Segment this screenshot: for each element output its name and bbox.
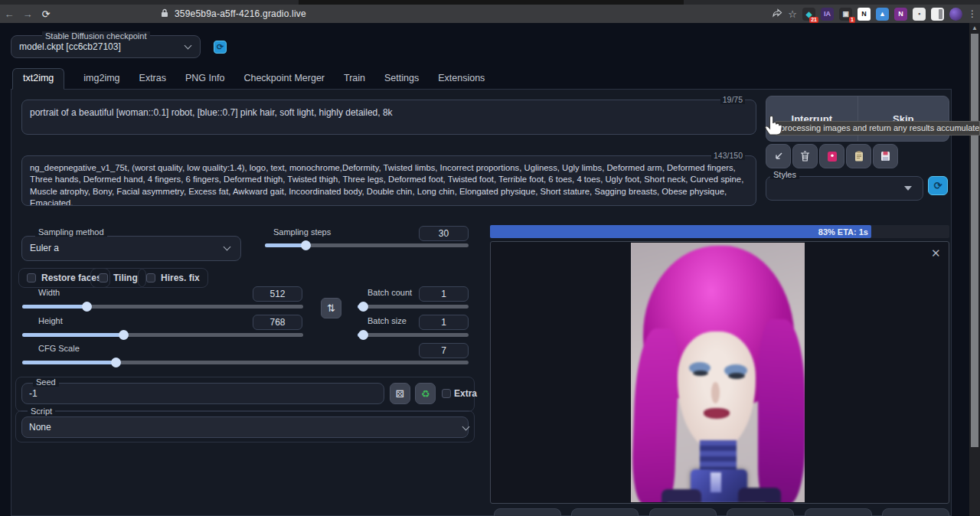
restore-faces-checkbox[interactable] <box>27 273 36 282</box>
chevron-down-icon <box>224 243 231 251</box>
dice-icon: ⚄ <box>396 388 404 400</box>
checkpoint-refresh-button[interactable]: ⟳ <box>214 41 227 54</box>
script-label: Script <box>28 407 55 416</box>
negative-prompt-input[interactable] <box>22 156 756 205</box>
chevron-down-icon <box>185 42 192 50</box>
reuse-seed-button[interactable]: ♻ <box>415 383 436 404</box>
sampling-method-value: Euler a <box>30 243 59 253</box>
tab-png-info[interactable]: PNG Info <box>185 69 224 89</box>
seed-label: Seed <box>33 377 59 387</box>
height-slider[interactable] <box>22 333 303 337</box>
paste-params-button[interactable] <box>766 144 791 168</box>
batch-count-slider[interactable] <box>358 305 469 309</box>
bookmark-star-icon[interactable]: ☆ <box>788 8 797 20</box>
gallery-button[interactable] <box>571 508 639 516</box>
sampling-method-dropdown[interactable]: Euler a <box>21 236 241 261</box>
gallery-button[interactable] <box>494 508 561 516</box>
extension-notion-icon[interactable]: N <box>858 8 871 21</box>
extension-ia-icon[interactable]: IA <box>821 8 834 21</box>
batch-count-value[interactable]: 1 <box>419 286 469 302</box>
tab-train[interactable]: Train <box>344 69 365 89</box>
extension-onenote-icon[interactable]: N <box>894 8 907 21</box>
reload-icon[interactable]: ⟳ <box>37 8 55 20</box>
close-icon[interactable]: ✕ <box>931 247 941 260</box>
extension-photos-icon[interactable]: ▲ <box>876 8 889 21</box>
browser-actions: ☆ ◆ 21 IA ▣ 1 N ▲ N ▪ ⋮ <box>772 5 977 23</box>
trash-icon <box>800 151 810 162</box>
url-text[interactable]: 359e5b9a-a5ff-4216.gradio.live <box>175 8 306 19</box>
hires-fix-label: Hires. fix <box>161 273 200 283</box>
tab-img2img[interactable]: img2img <box>83 69 119 89</box>
mouse-cursor-hand <box>763 112 783 139</box>
seed-extra-label: Extra <box>454 388 477 399</box>
main-tabs: txt2img img2img Extras PNG Info Checkpoi… <box>11 69 952 90</box>
save-style-button[interactable] <box>873 144 898 168</box>
padlock-icon[interactable] <box>161 7 168 21</box>
gallery-button[interactable] <box>727 508 794 516</box>
back-icon[interactable]: ← <box>0 8 18 20</box>
tiling-checkbox[interactable] <box>99 273 108 282</box>
share-icon[interactable] <box>772 7 782 21</box>
styles-dropdown[interactable] <box>766 176 923 201</box>
apply-styles-button[interactable] <box>846 144 871 168</box>
extra-networks-button[interactable] <box>819 144 844 168</box>
gallery-button[interactable] <box>805 508 872 516</box>
tab-extras[interactable]: Extras <box>139 69 166 89</box>
progress-fill: 83% ETA: 1s <box>490 225 871 238</box>
cfg-scale-slider[interactable] <box>22 361 469 364</box>
forward-icon[interactable]: → <box>18 8 37 20</box>
app-window: ← → ⟳ 359e5b9a-a5ff-4216.gradio.live ☆ ◆… <box>0 0 980 516</box>
script-dropdown[interactable]: None <box>21 416 469 438</box>
tab-checkpoint-merger[interactable]: Checkpoint Merger <box>243 69 325 89</box>
progress-text: 83% ETA: 1s <box>818 227 871 237</box>
height-value[interactable]: 768 <box>253 315 302 330</box>
cfg-scale-value[interactable]: 7 <box>419 343 469 358</box>
cfg-scale-label: CFG Scale <box>35 344 83 353</box>
progress-bar: 83% ETA: 1s <box>490 225 949 238</box>
card-icon <box>827 151 838 162</box>
gallery-button[interactable] <box>649 508 717 516</box>
dropdown-arrow-icon <box>904 186 912 191</box>
tab-txt2img[interactable]: txt2img <box>12 68 64 90</box>
scrollbar-thumb[interactable] <box>971 34 978 447</box>
checkpoint-value: model.ckpt [cc6cb27103] <box>19 41 121 52</box>
styles-refresh-button[interactable]: ⟳ <box>928 176 948 195</box>
interrupt-tooltip: processing images and return any results… <box>776 121 980 136</box>
sidebar-toggle-icon[interactable] <box>931 8 944 21</box>
batch-size-value[interactable]: 1 <box>419 315 469 330</box>
profile-avatar[interactable] <box>949 8 962 21</box>
tiling-label: Tiling <box>113 273 138 283</box>
styles-label: Styles <box>770 170 799 179</box>
browser-menu-icon[interactable]: ⋮ <box>968 8 977 19</box>
extension-badge21-icon[interactable]: ◆ 21 <box>802 8 815 21</box>
gallery-action-buttons <box>494 508 949 516</box>
sampling-steps-value[interactable]: 30 <box>419 226 469 241</box>
clear-prompt-button[interactable] <box>792 144 818 168</box>
puzzle-extensions-icon[interactable]: ▪ <box>913 8 926 21</box>
tab-extensions[interactable]: Extensions <box>438 69 485 89</box>
seed-input[interactable]: -1 <box>21 383 384 404</box>
batch-size-label: Batch size <box>364 316 410 325</box>
batch-size-slider[interactable] <box>358 333 469 337</box>
generated-image[interactable] <box>631 243 805 502</box>
batch-count-label: Batch count <box>364 288 415 297</box>
sampling-method-label: Sampling method <box>35 227 107 237</box>
clipboard-icon <box>854 151 864 162</box>
width-label: Width <box>35 288 63 297</box>
sampling-steps-slider[interactable] <box>265 243 469 247</box>
random-seed-button[interactable]: ⚄ <box>390 383 410 404</box>
scrollbar-up-icon[interactable]: ▲ <box>972 24 978 31</box>
width-value[interactable]: 512 <box>253 286 302 302</box>
width-slider[interactable] <box>22 305 303 309</box>
recycle-icon: ♻ <box>421 388 430 400</box>
extension-badge1-icon[interactable]: ▣ 1 <box>839 8 852 21</box>
negative-prompt-textarea-wrap: 143/150 <box>21 155 756 206</box>
tab-settings[interactable]: Settings <box>384 69 419 89</box>
hires-fix-checkbox-group[interactable]: Hires. fix <box>138 268 208 288</box>
hires-fix-checkbox[interactable] <box>146 273 155 282</box>
prompt-input[interactable] <box>22 100 756 134</box>
swap-dimensions-button[interactable]: ⇅ <box>321 298 341 318</box>
save-icon <box>880 151 890 162</box>
gallery-button[interactable] <box>882 508 949 516</box>
seed-extra-checkbox[interactable] <box>442 389 451 398</box>
